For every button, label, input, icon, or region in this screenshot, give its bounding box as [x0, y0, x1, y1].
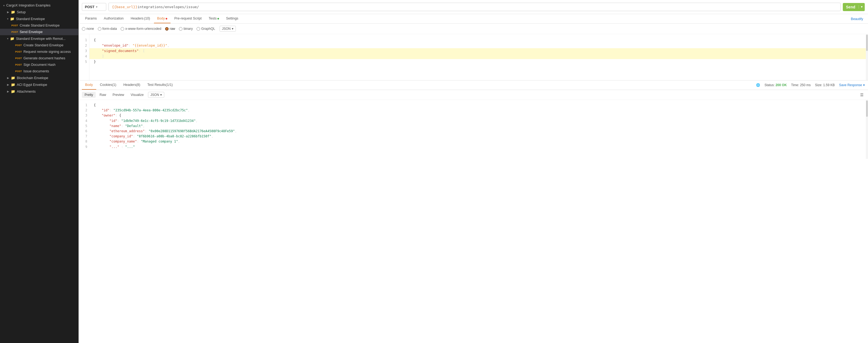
sidebar-item-request-remote[interactable]: POST Request remote signing access — [0, 49, 78, 55]
resp-headers-count: (8) — [136, 83, 140, 87]
body-type-bar: none form-data x-www-form-urlencoded raw… — [79, 24, 868, 34]
sidebar-root-label: CargoX Integration Examples — [6, 3, 51, 7]
post-badge-2: POST — [15, 44, 22, 46]
send-button[interactable]: Send ▾ — [843, 3, 865, 11]
code-line-2: "envelope_id": "{{envelope_id}}", — [94, 43, 862, 48]
sidebar-label-blockchain: Blockchain Envelope — [17, 76, 48, 80]
test-results-count: (1/1) — [166, 83, 173, 87]
tab-body[interactable]: Body — [154, 14, 171, 23]
sidebar-label-create-2: Create Standard Envelope — [24, 43, 63, 47]
sidebar-item-create-standard-envelope-1[interactable]: POST Create Standard Envelope — [0, 22, 78, 29]
response-code[interactable]: { "id": "235cd94b-557a-4eea-800e-4235cd2… — [89, 100, 866, 159]
folder-icon-blockchain: 📁 — [11, 76, 15, 80]
post-badge-5: POST — [15, 63, 22, 66]
editor-scrollbar-thumb — [866, 35, 868, 51]
radio-none[interactable]: none — [82, 27, 94, 31]
response-tabs: Body Cookies(1) Headers(8) Test Results(… — [79, 81, 868, 90]
resp-line-2: "id": "235cd94b-557a-4eea-800e-4235cd2bc… — [94, 108, 862, 113]
sidebar-item-setup[interactable]: ▶ 📁 Setup — [0, 9, 78, 15]
response-format-label: JSON — [150, 93, 159, 97]
tab-tests[interactable]: Tests — [206, 14, 222, 23]
tab-pre-request[interactable]: Pre-request Script — [171, 14, 205, 23]
sidebar-label-sign-hash: Sign Document Hash — [24, 63, 56, 67]
code-line-3: "signed_documents": [ — [89, 48, 866, 54]
radio-binary[interactable]: binary — [179, 27, 193, 31]
tab-settings[interactable]: Settings — [223, 14, 242, 23]
editor: 1 2 3 4 5 { "envelope_id": "{{envelope_i… — [79, 34, 868, 80]
response-format-dropdown[interactable]: JSON ▾ — [148, 92, 164, 98]
resp-line-6: "ethereum_address": "0x00e288D11597698f5… — [94, 129, 862, 134]
sidebar-item-sign-document-hash[interactable]: POST Sign Document Hash — [0, 62, 78, 68]
save-response-button[interactable]: Save Response ▾ — [839, 83, 865, 87]
post-badge: POST — [11, 24, 18, 27]
response-line-numbers: 123456789 — [79, 100, 89, 159]
response-panel: Body Cookies(1) Headers(8) Test Results(… — [79, 80, 868, 159]
sidebar-root[interactable]: ▾ CargoX Integration Examples — [0, 2, 78, 9]
response-body: 123456789 { "id": "235cd94b-557a-4eea-80… — [79, 100, 868, 159]
cookies-count: (1) — [112, 83, 116, 87]
method-label: POST — [85, 5, 94, 9]
editor-scrollbar[interactable] — [866, 34, 868, 80]
response-tab-test-results[interactable]: Test Results(1/1) — [144, 81, 176, 90]
json-format-dropdown[interactable]: JSON ▾ — [220, 26, 236, 32]
radio-graphql[interactable]: GraphQL — [196, 27, 215, 31]
code-editor[interactable]: { "envelope_id": "{{envelope_id}}", "sig… — [89, 34, 866, 80]
sidebar-label-generate-hashes: Generate document hashes — [24, 56, 65, 60]
sidebar-item-send-envelope[interactable]: POST Send Envelope — [0, 29, 78, 35]
format-preview[interactable]: Preview — [110, 92, 127, 98]
tab-headers[interactable]: Headers(10) — [127, 14, 153, 23]
tab-authorization[interactable]: Authorization — [100, 14, 127, 23]
sidebar-item-generate-hashes[interactable]: POST Generate document hashes — [0, 55, 78, 62]
send-chevron-icon: ▾ — [859, 5, 865, 9]
chevron-down-icon: ▾ — [3, 4, 5, 7]
sidebar-label-attachments: Attachments — [17, 90, 35, 93]
resp-line-8: "company_name": "Managed company 1", — [94, 139, 862, 144]
response-tab-body[interactable]: Body — [82, 81, 96, 90]
save-response-chevron: ▾ — [863, 83, 865, 87]
code-line-4: ] — [89, 54, 866, 59]
chevron-right-icon: ▶ — [7, 10, 9, 13]
folder-icon-attachments: 📁 — [11, 89, 15, 93]
response-tab-headers[interactable]: Headers(8) — [120, 81, 144, 90]
main-panel: POST ▾ {{base_url}}integrations/envelope… — [79, 0, 868, 343]
folder-icon: 📁 — [11, 10, 15, 14]
radio-form-data[interactable]: form-data — [98, 27, 117, 31]
sidebar-item-standard-remote[interactable]: ▾ 📁 Standard Envelope with Remot... — [0, 35, 78, 42]
sidebar-item-attachments[interactable]: ▶ 📁 Attachments — [0, 88, 78, 95]
json-format-chevron: ▾ — [232, 27, 234, 31]
chevron-right-blockchain: ▶ — [7, 76, 9, 80]
sidebar-item-create-standard-envelope-2[interactable]: POST Create Standard Envelope — [0, 42, 78, 49]
sidebar-item-setup-label: Setup — [17, 10, 26, 14]
format-raw[interactable]: Raw — [97, 92, 109, 98]
format-pretty[interactable]: Pretty — [82, 92, 96, 98]
sidebar-item-standard-envelope-label: Standard Envelope — [16, 17, 45, 21]
beautify-btn[interactable]: Beautify — [849, 17, 865, 21]
format-bar: Pretty Raw Preview Visualize JSON ▾ ☰ — [79, 90, 868, 100]
code-line-1: { — [94, 37, 862, 43]
sidebar-item-aci[interactable]: ▶ 📁 ACI Egypt Envelope — [0, 81, 78, 88]
resp-line-9: "..." : "..." — [94, 145, 862, 150]
sidebar-label-issue-docs: Issue documents — [24, 69, 49, 73]
radio-urlencoded[interactable]: x-www-form-urlencoded — [121, 27, 161, 31]
radio-raw[interactable]: raw — [165, 27, 175, 31]
sidebar: ▾ CargoX Integration Examples ▶ 📁 Setup … — [0, 0, 79, 343]
sidebar-item-issue-documents[interactable]: POST Issue documents — [0, 68, 78, 74]
resp-line-3: "owner": { — [94, 113, 862, 118]
resp-line-1: { — [94, 103, 862, 108]
resp-line-7: "company_id": "8f6b9616-a08b-4ba8-bc82-a… — [94, 134, 862, 139]
body-dot — [166, 18, 167, 20]
url-display[interactable]: {{base_url}}integrations/envelopes/issue… — [108, 3, 841, 11]
method-select[interactable]: POST ▾ — [82, 3, 106, 11]
tests-dot — [217, 18, 219, 20]
method-chevron-icon: ▾ — [96, 5, 97, 8]
url-bar: POST ▾ {{base_url}}integrations/envelope… — [79, 0, 868, 14]
sidebar-item-standard-envelope[interactable]: ▾ 📁 Standard Envelope — [0, 15, 78, 22]
folder-icon-remote: 📁 — [10, 37, 14, 41]
tab-params[interactable]: Params — [82, 14, 100, 23]
sidebar-item-blockchain[interactable]: ▶ 📁 Blockchain Envelope — [0, 74, 78, 81]
format-visualize[interactable]: Visualize — [128, 92, 146, 98]
filter-icon[interactable]: ☰ — [859, 92, 865, 98]
response-tab-cookies[interactable]: Cookies(1) — [97, 81, 120, 90]
response-scrollbar[interactable] — [866, 100, 868, 159]
folder-icon-aci: 📁 — [11, 83, 15, 87]
